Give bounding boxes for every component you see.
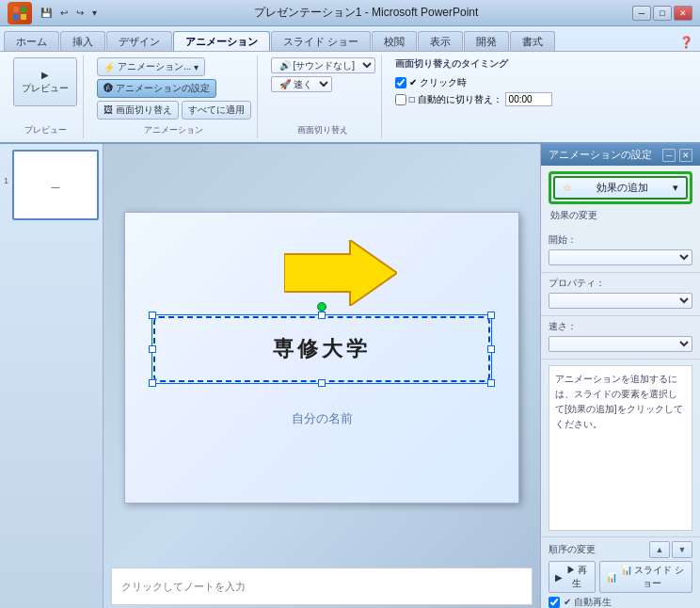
- slide-canvas[interactable]: 専修大学 自分の名前: [124, 212, 519, 504]
- speed-section: 速さ：: [541, 316, 700, 360]
- help-button[interactable]: ❓: [676, 34, 696, 51]
- maximize-button[interactable]: □: [653, 6, 672, 21]
- notes-placeholder: クリックしてノートを入力: [121, 580, 246, 594]
- auto-switch-label: □ 自動的に切り替え：: [409, 93, 502, 106]
- anim-panel-close-btn[interactable]: ✕: [679, 149, 692, 162]
- slide-change-icon: 🖼: [103, 104, 113, 115]
- animation-panel: アニメーションの設定 ─ ✕ ☆ 効果の追加 ▾ 効果の変更 開始：: [540, 144, 700, 608]
- anim-panel-header: アニメーションの設定 ─ ✕: [541, 144, 700, 166]
- animation-dropdown-btn[interactable]: ⚡ アニメーション... ▾: [97, 57, 205, 76]
- slide-canvas-area: 専修大学 自分の名前: [103, 144, 540, 608]
- slide-transition-group: 🔊 [サウンドなし] 🚀 速く 画面切り替え: [265, 56, 382, 138]
- auto-play-label: ✔ 自動再生: [564, 596, 612, 608]
- on-click-label: ✔ クリック時: [409, 76, 467, 89]
- anim-info-text: アニメーションを追加するには、スライドの要素を選択して[効果の追加]をクリックし…: [555, 374, 683, 429]
- add-effect-label: 効果の追加: [597, 181, 648, 195]
- slide-sub-text: 自分の名前: [292, 410, 353, 427]
- speed-select-panel[interactable]: [549, 336, 692, 352]
- ribbon-content: ▶ プレビュー プレビュー ⚡ アニメーション... ▾ 🅐 アニメーションの設…: [0, 51, 700, 142]
- tab-slideshow[interactable]: スライド ショー: [271, 31, 371, 51]
- tab-view[interactable]: 表示: [418, 31, 463, 51]
- green-highlight-box: ☆ 効果の追加 ▾: [549, 171, 692, 204]
- main-content: 1 ― 専修大学: [0, 144, 700, 608]
- anim-panel-minimize-btn[interactable]: ─: [662, 149, 676, 162]
- property-label: プロパティ：: [549, 277, 692, 290]
- start-section: 開始：: [541, 230, 700, 273]
- change-effect-btn[interactable]: 効果の変更: [550, 207, 597, 224]
- order-label: 順序の変更: [549, 543, 596, 556]
- tab-design[interactable]: デザイン: [106, 31, 172, 51]
- order-buttons: ▲ ▼: [649, 541, 692, 558]
- thumb-text: ―: [52, 179, 60, 192]
- speed-select[interactable]: 🚀 速く: [271, 76, 332, 92]
- time-input[interactable]: [505, 92, 552, 106]
- animation-icon: ⚡: [103, 62, 115, 72]
- apply-all-btn[interactable]: すべてに適用: [182, 101, 251, 120]
- slide-thumbnail[interactable]: ―: [12, 150, 99, 220]
- save-quick-btn[interactable]: 💾: [38, 6, 55, 20]
- slide-main-text: 専修大学: [273, 335, 371, 363]
- tab-format[interactable]: 書式: [510, 31, 555, 51]
- property-select[interactable]: [549, 293, 692, 309]
- add-effect-section: ☆ 効果の追加 ▾ 効果の変更: [541, 166, 700, 230]
- minimize-button[interactable]: ─: [632, 6, 651, 21]
- auto-play-checkbox[interactable]: [549, 597, 560, 608]
- sound-select[interactable]: 🔊 [サウンドなし]: [271, 57, 375, 73]
- slide-thumbnail-panel: 1 ―: [0, 144, 103, 608]
- slide-num-label: 1: [4, 150, 8, 185]
- add-effect-dropdown-icon: ▾: [673, 182, 678, 194]
- preview-group-label: プレビュー: [13, 122, 77, 136]
- play-icon: ▶: [555, 572, 563, 583]
- add-effect-button[interactable]: ☆ 効果の追加 ▾: [553, 176, 688, 200]
- svg-rect-2: [13, 14, 19, 20]
- notes-area[interactable]: クリックしてノートを入力: [111, 568, 533, 605]
- slide-main-textbox[interactable]: 専修大学: [153, 316, 490, 382]
- timing-group: 画面切り替えのタイミング ✔ クリック時 □ 自動的に切り替え：: [390, 56, 558, 138]
- animation-settings-btn[interactable]: 🅐 アニメーションの設定: [97, 79, 216, 98]
- slide-container: 専修大学 自分の名前: [111, 152, 533, 564]
- start-label: 開始：: [549, 233, 692, 247]
- anim-panel-header-btns: ─ ✕: [662, 149, 692, 162]
- auto-switch-checkbox[interactable]: [395, 94, 406, 105]
- window-controls: ─ □ ✕: [632, 6, 692, 21]
- tab-animation[interactable]: アニメーション: [173, 31, 270, 51]
- svg-rect-3: [21, 14, 26, 20]
- undo-quick-btn[interactable]: ↩: [57, 6, 71, 20]
- speed-label: 速さ：: [549, 320, 692, 333]
- ribbon-tabs: ホーム 挿入 デザイン アニメーション スライド ショー 校閲 表示 開発 書式…: [0, 26, 700, 51]
- start-select[interactable]: [549, 249, 692, 265]
- order-up-btn[interactable]: ▲: [649, 541, 670, 558]
- svg-rect-0: [13, 7, 19, 12]
- slideshow-btn[interactable]: 📊 📊 スライド ショー: [599, 561, 692, 593]
- tab-dev[interactable]: 開発: [464, 31, 509, 51]
- customize-quick-btn[interactable]: ▾: [89, 6, 100, 20]
- on-click-checkbox[interactable]: [395, 77, 406, 88]
- title-bar: 💾 ↩ ↪ ▾ プレゼンテーション1 - Microsoft PowerPoin…: [0, 0, 700, 26]
- slide-transition-group-label: 画面切り替え: [271, 122, 375, 136]
- timing-label: 画面切り替えのタイミング: [395, 57, 508, 71]
- tab-insert[interactable]: 挿入: [60, 31, 105, 51]
- window-title: プレゼンテーション1 - Microsoft PowerPoint: [100, 5, 632, 21]
- order-down-btn[interactable]: ▼: [672, 541, 692, 558]
- title-bar-left: 💾 ↩ ↪ ▾: [8, 2, 100, 24]
- dropdown-arrow-icon: ▾: [194, 62, 199, 72]
- office-button[interactable]: [8, 2, 32, 24]
- star-icon: ☆: [563, 182, 572, 194]
- play-btn[interactable]: ▶ ▶ 再生: [549, 561, 596, 593]
- animation-group: ⚡ アニメーション... ▾ 🅐 アニメーションの設定 🖼 画面切り替え すべて…: [91, 56, 258, 138]
- ribbon: ホーム 挿入 デザイン アニメーション スライド ショー 校閲 表示 開発 書式…: [0, 26, 700, 144]
- tab-home[interactable]: ホーム: [4, 31, 59, 51]
- redo-quick-btn[interactable]: ↪: [73, 6, 87, 20]
- anim-group-label: アニメーション: [97, 122, 251, 136]
- slideshow-icon: 📊: [606, 572, 617, 583]
- svg-rect-1: [21, 7, 26, 12]
- quick-access-toolbar: 💾 ↩ ↪ ▾: [38, 6, 100, 20]
- anim-info-box: アニメーションを追加するには、スライドの要素を選択して[効果の追加]をクリックし…: [549, 365, 692, 531]
- slide-change-btn[interactable]: 🖼 画面切り替え: [97, 101, 179, 120]
- preview-group: ▶ プレビュー プレビュー: [8, 56, 84, 138]
- tab-review[interactable]: 校閲: [372, 31, 417, 51]
- preview-button[interactable]: ▶ プレビュー: [13, 57, 77, 106]
- property-section: プロパティ：: [541, 273, 700, 316]
- close-button[interactable]: ✕: [674, 6, 692, 21]
- preview-icon: ▶: [41, 70, 49, 80]
